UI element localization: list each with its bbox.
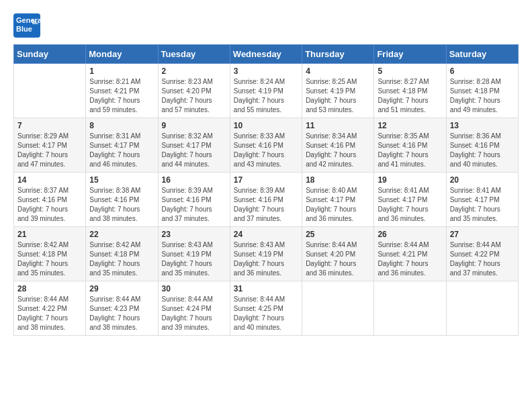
calendar-cell — [446, 281, 518, 336]
calendar-cell: 30Sunrise: 8:44 AM Sunset: 4:24 PM Dayli… — [158, 281, 230, 336]
day-number: 11 — [306, 121, 370, 130]
calendar-cell: 18Sunrise: 8:40 AM Sunset: 4:17 PM Dayli… — [302, 173, 374, 227]
calendar-week-2: 7Sunrise: 8:29 AM Sunset: 4:17 PM Daylig… — [14, 118, 519, 173]
cell-info: Sunrise: 8:34 AM Sunset: 4:16 PM Dayligh… — [306, 132, 370, 169]
calendar-week-3: 14Sunrise: 8:37 AM Sunset: 4:16 PM Dayli… — [14, 173, 519, 227]
logo-icon: General Blue — [13, 13, 40, 38]
calendar-cell — [302, 281, 374, 336]
calendar-cell: 5Sunrise: 8:27 AM Sunset: 4:18 PM Daylig… — [374, 64, 446, 118]
day-number: 16 — [162, 175, 226, 185]
calendar-cell — [374, 281, 446, 336]
day-number: 23 — [162, 230, 226, 239]
weekday-tuesday: Tuesday — [158, 45, 230, 64]
cell-info: Sunrise: 8:44 AM Sunset: 4:22 PM Dayligh… — [17, 295, 82, 332]
calendar-cell: 6Sunrise: 8:28 AM Sunset: 4:18 PM Daylig… — [446, 64, 518, 118]
calendar-cell: 23Sunrise: 8:43 AM Sunset: 4:19 PM Dayli… — [158, 227, 230, 281]
day-number: 7 — [17, 121, 82, 130]
calendar-cell: 20Sunrise: 8:41 AM Sunset: 4:17 PM Dayli… — [446, 173, 518, 227]
cell-info: Sunrise: 8:25 AM Sunset: 4:19 PM Dayligh… — [306, 77, 370, 115]
cell-info: Sunrise: 8:37 AM Sunset: 4:16 PM Dayligh… — [17, 186, 82, 224]
cell-info: Sunrise: 8:39 AM Sunset: 4:16 PM Dayligh… — [162, 186, 226, 224]
day-number: 12 — [378, 121, 442, 130]
day-number: 28 — [17, 284, 82, 293]
calendar-cell: 2Sunrise: 8:23 AM Sunset: 4:20 PM Daylig… — [158, 64, 230, 118]
calendar-cell: 19Sunrise: 8:41 AM Sunset: 4:17 PM Dayli… — [374, 173, 446, 227]
day-number: 31 — [234, 284, 298, 293]
calendar-cell: 10Sunrise: 8:33 AM Sunset: 4:16 PM Dayli… — [230, 118, 302, 173]
calendar-cell: 29Sunrise: 8:44 AM Sunset: 4:23 PM Dayli… — [86, 281, 158, 336]
day-number: 2 — [162, 66, 226, 76]
day-number: 15 — [89, 175, 154, 185]
cell-info: Sunrise: 8:21 AM Sunset: 4:21 PM Dayligh… — [89, 77, 154, 115]
cell-info: Sunrise: 8:44 AM Sunset: 4:20 PM Dayligh… — [306, 240, 370, 278]
svg-text:Blue: Blue — [16, 25, 32, 33]
calendar-cell — [14, 64, 86, 118]
cell-info: Sunrise: 8:41 AM Sunset: 4:17 PM Dayligh… — [378, 186, 442, 224]
calendar-cell: 31Sunrise: 8:44 AM Sunset: 4:25 PM Dayli… — [230, 281, 302, 336]
cell-info: Sunrise: 8:44 AM Sunset: 4:21 PM Dayligh… — [378, 240, 442, 278]
calendar-cell: 9Sunrise: 8:32 AM Sunset: 4:17 PM Daylig… — [158, 118, 230, 173]
page-header: General Blue — [13, 13, 519, 38]
cell-info: Sunrise: 8:28 AM Sunset: 4:18 PM Dayligh… — [450, 77, 515, 115]
weekday-thursday: Thursday — [302, 45, 374, 64]
cell-info: Sunrise: 8:44 AM Sunset: 4:25 PM Dayligh… — [234, 295, 298, 332]
day-number: 24 — [234, 230, 298, 239]
cell-info: Sunrise: 8:40 AM Sunset: 4:17 PM Dayligh… — [306, 186, 370, 224]
calendar-cell: 7Sunrise: 8:29 AM Sunset: 4:17 PM Daylig… — [14, 118, 86, 173]
day-number: 19 — [378, 175, 442, 185]
day-number: 30 — [162, 284, 226, 293]
calendar-week-4: 21Sunrise: 8:42 AM Sunset: 4:18 PM Dayli… — [14, 227, 519, 281]
calendar-cell: 1Sunrise: 8:21 AM Sunset: 4:21 PM Daylig… — [86, 64, 158, 118]
day-number: 21 — [17, 230, 82, 239]
day-number: 13 — [450, 121, 515, 130]
day-number: 20 — [450, 175, 515, 185]
cell-info: Sunrise: 8:35 AM Sunset: 4:16 PM Dayligh… — [378, 132, 442, 169]
day-number: 4 — [306, 66, 370, 76]
cell-info: Sunrise: 8:43 AM Sunset: 4:19 PM Dayligh… — [234, 240, 298, 278]
day-number: 17 — [234, 175, 298, 185]
calendar-cell: 25Sunrise: 8:44 AM Sunset: 4:20 PM Dayli… — [302, 227, 374, 281]
calendar-cell: 8Sunrise: 8:31 AM Sunset: 4:17 PM Daylig… — [86, 118, 158, 173]
day-number: 18 — [306, 175, 370, 185]
cell-info: Sunrise: 8:43 AM Sunset: 4:19 PM Dayligh… — [162, 240, 226, 278]
cell-info: Sunrise: 8:39 AM Sunset: 4:16 PM Dayligh… — [234, 186, 298, 224]
cell-info: Sunrise: 8:23 AM Sunset: 4:20 PM Dayligh… — [162, 77, 226, 115]
day-number: 26 — [378, 230, 442, 239]
weekday-header-row: SundayMondayTuesdayWednesdayThursdayFrid… — [14, 45, 519, 64]
day-number: 5 — [378, 66, 442, 76]
calendar-table: SundayMondayTuesdayWednesdayThursdayFrid… — [13, 44, 519, 336]
weekday-friday: Friday — [374, 45, 446, 64]
cell-info: Sunrise: 8:36 AM Sunset: 4:16 PM Dayligh… — [450, 132, 515, 169]
calendar-cell: 17Sunrise: 8:39 AM Sunset: 4:16 PM Dayli… — [230, 173, 302, 227]
cell-info: Sunrise: 8:27 AM Sunset: 4:18 PM Dayligh… — [378, 77, 442, 115]
day-number: 22 — [89, 230, 154, 239]
cell-info: Sunrise: 8:33 AM Sunset: 4:16 PM Dayligh… — [234, 132, 298, 169]
calendar-week-5: 28Sunrise: 8:44 AM Sunset: 4:22 PM Dayli… — [14, 281, 519, 336]
calendar-cell: 15Sunrise: 8:38 AM Sunset: 4:16 PM Dayli… — [86, 173, 158, 227]
calendar-cell: 13Sunrise: 8:36 AM Sunset: 4:16 PM Dayli… — [446, 118, 518, 173]
day-number: 14 — [17, 175, 82, 185]
calendar-cell: 16Sunrise: 8:39 AM Sunset: 4:16 PM Dayli… — [158, 173, 230, 227]
cell-info: Sunrise: 8:38 AM Sunset: 4:16 PM Dayligh… — [89, 186, 154, 224]
day-number: 29 — [89, 284, 154, 293]
calendar-cell: 4Sunrise: 8:25 AM Sunset: 4:19 PM Daylig… — [302, 64, 374, 118]
cell-info: Sunrise: 8:41 AM Sunset: 4:17 PM Dayligh… — [450, 186, 515, 224]
cell-info: Sunrise: 8:44 AM Sunset: 4:23 PM Dayligh… — [89, 295, 154, 332]
cell-info: Sunrise: 8:42 AM Sunset: 4:18 PM Dayligh… — [89, 240, 154, 278]
day-number: 1 — [89, 66, 154, 76]
day-number: 27 — [450, 230, 515, 239]
calendar-cell: 11Sunrise: 8:34 AM Sunset: 4:16 PM Dayli… — [302, 118, 374, 173]
logo: General Blue — [13, 13, 43, 38]
calendar-cell: 28Sunrise: 8:44 AM Sunset: 4:22 PM Dayli… — [14, 281, 86, 336]
cell-info: Sunrise: 8:32 AM Sunset: 4:17 PM Dayligh… — [162, 132, 226, 169]
day-number: 10 — [234, 121, 298, 130]
day-number: 9 — [162, 121, 226, 130]
calendar-cell: 24Sunrise: 8:43 AM Sunset: 4:19 PM Dayli… — [230, 227, 302, 281]
cell-info: Sunrise: 8:44 AM Sunset: 4:22 PM Dayligh… — [450, 240, 515, 278]
day-number: 8 — [89, 121, 154, 130]
calendar-cell: 21Sunrise: 8:42 AM Sunset: 4:18 PM Dayli… — [14, 227, 86, 281]
weekday-sunday: Sunday — [14, 45, 86, 64]
day-number: 6 — [450, 66, 515, 76]
cell-info: Sunrise: 8:44 AM Sunset: 4:24 PM Dayligh… — [162, 295, 226, 332]
weekday-monday: Monday — [86, 45, 158, 64]
